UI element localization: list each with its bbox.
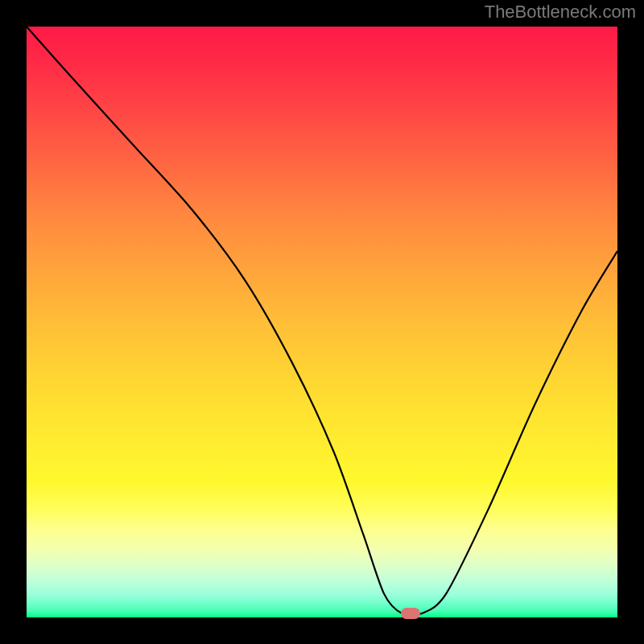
bottleneck-curve-path	[27, 27, 617, 615]
optimal-marker	[401, 608, 420, 619]
curve-svg	[27, 27, 617, 617]
attribution-text: TheBottleneck.com	[485, 2, 636, 23]
chart-plot-area	[27, 27, 617, 617]
